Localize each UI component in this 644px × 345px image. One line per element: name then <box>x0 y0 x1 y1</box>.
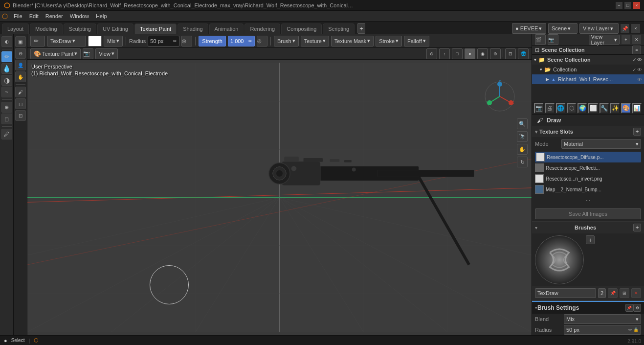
scene-tab[interactable]: ⬡ <box>567 103 577 114</box>
blender-menu-logo[interactable]: ⬡ <box>2 12 8 20</box>
blend-value[interactable]: Mix ▾ <box>564 314 641 324</box>
zoom-in-btn[interactable]: 🔍 <box>517 118 528 129</box>
radius-bs-value[interactable]: 50 px ✏ 🔒 <box>564 325 641 335</box>
orbit-btn[interactable]: ↻ <box>517 157 528 167</box>
ts-mode-dropdown[interactable]: Material ▾ <box>561 139 641 149</box>
output-tab[interactable]: 🖨 <box>545 103 555 114</box>
blend-dropdown[interactable]: Mix ▾ <box>104 36 123 46</box>
texture-slots-header[interactable]: ▾ Texture Slots + <box>532 126 644 137</box>
scene-props-icon[interactable]: 🎬 <box>535 34 546 45</box>
menu-render[interactable]: Render <box>43 12 66 20</box>
texture-slot-2[interactable]: Resectosco...n_invert.png <box>535 173 641 184</box>
tab-sculpting[interactable]: Sculpting <box>64 23 96 34</box>
tool-annotate[interactable]: 🖊 <box>1 129 12 139</box>
pin-scene-button[interactable]: 📌 <box>621 24 629 33</box>
tab-modeling[interactable]: Modeling <box>30 23 63 34</box>
bs-settings-btn[interactable]: ⚙ <box>633 304 641 312</box>
viewport-extra-2[interactable]: 🌐 <box>518 48 529 59</box>
radius-pressure-btn[interactable]: ◎ <box>181 36 192 46</box>
strength-btn[interactable]: Strength <box>199 36 226 46</box>
filter-icon-btn[interactable]: ≡ <box>632 46 641 54</box>
mode-tool-1[interactable]: ▣ <box>15 36 26 47</box>
tab-scripting[interactable]: Scripting <box>323 23 355 34</box>
bs-pin-btn[interactable]: 📌 <box>625 304 633 312</box>
view-dropdown[interactable]: View ▾ <box>95 48 118 59</box>
add-workspace-button[interactable]: + <box>357 23 365 34</box>
mode-tool-5[interactable]: 🖌 <box>15 87 26 97</box>
texture-slot-0[interactable]: Resectoscope_Diffuse.p... <box>535 152 641 162</box>
close-scene-button[interactable]: × <box>631 24 640 33</box>
tool-mask[interactable]: ◻ <box>1 114 12 124</box>
collection-item[interactable]: ▾ 📂 Collection ✓ 👁 <box>532 65 644 74</box>
tab-animation[interactable]: Animation <box>209 23 244 34</box>
menu-file[interactable]: File <box>11 12 25 20</box>
viewport-shading-wire[interactable]: □ <box>452 48 463 59</box>
zoom-out-btn[interactable]: 🔭 <box>517 131 528 142</box>
texture-paint-mode-dropdown[interactable]: 🎨 Texture Paint ▾ <box>30 48 81 59</box>
mode-tool-3[interactable]: 👤 <box>15 60 26 70</box>
material-tab[interactable]: 🎨 <box>621 103 631 114</box>
viewport-gizmo-btn[interactable]: ↑ <box>439 48 450 59</box>
tab-rendering[interactable]: Rendering <box>244 23 280 34</box>
brush-dropdown[interactable]: Brush ▾ <box>274 36 299 46</box>
color-swatch[interactable] <box>88 36 102 46</box>
tab-layout[interactable]: Layout <box>2 23 29 34</box>
tab-uv-editing[interactable]: UV Editing <box>97 23 133 34</box>
tool-erase[interactable]: ◑ <box>1 75 12 86</box>
texture-mask-dropdown[interactable]: Texture Mask ▾ <box>331 36 374 46</box>
add-texture-slot-btn[interactable]: + <box>633 128 641 136</box>
viewport-shading-material[interactable]: ◉ <box>477 48 488 59</box>
tool-mode-toggle[interactable]: ◐ <box>1 36 12 47</box>
brush-settings-header[interactable]: ▾ Brush Settings 📌 ⚙ <box>532 301 644 314</box>
scene-dropdown[interactable]: Scene ▾ <box>548 23 577 34</box>
texture-slot-3[interactable]: Map__2_Normal_Bump... <box>535 184 641 195</box>
save-all-images-btn[interactable]: Save All Images <box>535 208 641 219</box>
brush-selector[interactable]: TexDraw ▾ <box>47 36 86 46</box>
brush-copy-btn[interactable]: ⊞ <box>620 288 629 298</box>
viewport-shading-render[interactable]: ⊕ <box>490 48 501 59</box>
strength-input[interactable]: 1.000 ✏ <box>228 36 255 46</box>
radius-input[interactable]: 50 px ✏ <box>148 36 179 46</box>
new-view-layer-btn[interactable]: + <box>622 35 630 44</box>
texture-slot-more[interactable]: ··· <box>535 195 641 206</box>
tab-compositing[interactable]: Compositing <box>281 23 322 34</box>
tool-smear[interactable]: ~ <box>1 87 12 97</box>
pan-btn[interactable]: ✋ <box>517 144 528 155</box>
data-tab[interactable]: 📊 <box>632 103 642 114</box>
menu-window[interactable]: Window <box>67 12 92 20</box>
brush-name-input[interactable]: TexDraw <box>535 288 596 298</box>
view-layer-tab[interactable]: 🌐 <box>556 103 566 114</box>
viewport-shading-solid[interactable]: ● <box>465 48 475 59</box>
new-brush-from-preview-btn[interactable]: + <box>586 235 595 244</box>
view-layer-select[interactable]: View Layer ▾ <box>589 35 620 45</box>
close-button[interactable]: × <box>633 2 640 9</box>
menu-edit[interactable]: Edit <box>26 12 42 20</box>
viewport-extra-1[interactable]: ⊡ <box>505 48 516 59</box>
stroke-dropdown[interactable]: Stroke ▾ <box>376 36 402 46</box>
object-item[interactable]: ▶ ▲ Richard_Wolf_Resec... 👁 <box>532 74 644 84</box>
texture-dropdown[interactable]: Texture ▾ <box>301 36 329 46</box>
brushes-section-header[interactable]: ▾ Brushes + <box>532 222 644 233</box>
tool-draw[interactable]: ✏ <box>1 51 12 62</box>
particles-tab[interactable]: ✨ <box>610 103 620 114</box>
object-tab[interactable]: ⬜ <box>588 103 598 114</box>
view-layer-dropdown-tab[interactable]: View Layer ▾ <box>579 23 619 34</box>
camera-icon-btn[interactable]: 📷 <box>83 48 93 59</box>
mode-tool-2[interactable]: ⊖ <box>15 48 26 59</box>
modifier-tab[interactable]: 🔧 <box>600 103 609 114</box>
viewport-overlay-btn[interactable]: ⊙ <box>426 48 437 59</box>
tool-fill[interactable]: 💧 <box>1 63 12 74</box>
remove-view-layer-btn[interactable]: ✕ <box>632 35 641 44</box>
tab-texture-paint[interactable]: Texture Paint <box>134 23 177 34</box>
render-tab[interactable]: 📷 <box>534 103 544 114</box>
texture-slot-1[interactable]: Resectoscope_Reflecti... <box>535 162 641 173</box>
menu-help[interactable]: Help <box>93 12 110 20</box>
viewport-canvas[interactable]: User Perspective (1) Richard_Wolf_Resect… <box>27 60 532 335</box>
mode-selector[interactable]: ✏ <box>30 36 45 46</box>
strength-pressure-btn[interactable]: ◎ <box>257 36 267 46</box>
mode-tool-4[interactable]: ✋ <box>15 71 26 82</box>
tool-clone[interactable]: ⊕ <box>1 102 12 113</box>
falloff-dropdown[interactable]: Falloff ▾ <box>404 36 429 46</box>
brush-delete-btn[interactable]: ✕ <box>631 288 641 298</box>
add-brush-btn[interactable]: + <box>633 224 641 231</box>
